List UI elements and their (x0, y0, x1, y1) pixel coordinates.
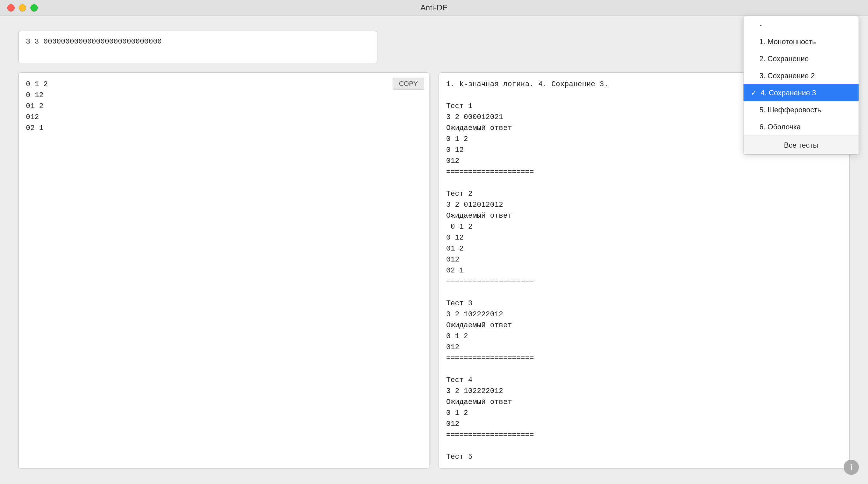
left-copy-button[interactable]: COPY (393, 78, 424, 90)
titlebar: Anti-DE (0, 0, 868, 16)
dropdown-item-sohranenie2-label: 3. Сохранение 2 (760, 71, 815, 80)
dropdown-menu: - 1. Монотонность 2. Сохранение 3. Сохра… (743, 16, 859, 155)
left-panel-text: 0 1 2 0 12 01 2 012 02 1 (26, 80, 48, 132)
dropdown-item-obolochka-label: 6. Оболочка (760, 123, 801, 131)
input-area[interactable]: 3 3 000000000000000000000000000 (18, 31, 377, 63)
traffic-lights (7, 4, 38, 11)
right-panel-text: 1. k-значная логика. 4. Сохранение 3. Те… (446, 80, 609, 461)
left-output-panel: COPY 0 1 2 0 12 01 2 012 02 1 (18, 72, 429, 469)
left-panel-content: 0 1 2 0 12 01 2 012 02 1 (19, 73, 429, 468)
input-value: 3 3 000000000000000000000000000 (26, 37, 162, 46)
all-tests-button[interactable]: Все тесты (744, 136, 859, 154)
dropdown-item-shefferovost-label: 5. Шефферовость (760, 105, 821, 114)
dropdown-item-sohranenie3-label: 4. Сохранение 3 (761, 89, 816, 97)
dropdown-item-sohranenie2[interactable]: 3. Сохранение 2 (744, 67, 859, 84)
dropdown-item-sohranenie-label: 2. Сохранение (760, 55, 809, 63)
dropdown-item-sohranenie[interactable]: 2. Сохранение (744, 50, 859, 67)
close-button[interactable] (7, 4, 14, 11)
dropdown-item-dash[interactable]: - (744, 16, 859, 33)
app-title: Anti-DE (420, 3, 448, 12)
dropdown-item-obolochka[interactable]: 6. Оболочка (744, 118, 859, 135)
dropdown-item-monotonnost-label: 1. Монотонность (760, 37, 816, 46)
dropdown-item-monotonnost[interactable]: 1. Монотонность (744, 33, 859, 50)
bottom-panels: COPY 0 1 2 0 12 01 2 012 02 1 COPY 1. k-… (18, 72, 850, 469)
info-button[interactable]: i (844, 460, 859, 475)
minimize-button[interactable] (19, 4, 26, 11)
maximize-button[interactable] (30, 4, 38, 11)
dropdown-item-shefferovost[interactable]: 5. Шефферовость (744, 101, 859, 118)
main-content: 3 3 000000000000000000000000000 COPY 0 1… (0, 16, 868, 484)
dropdown-item-dash-label: - (760, 21, 762, 29)
dropdown-item-sohranenie3[interactable]: 4. Сохранение 3 (744, 84, 859, 101)
